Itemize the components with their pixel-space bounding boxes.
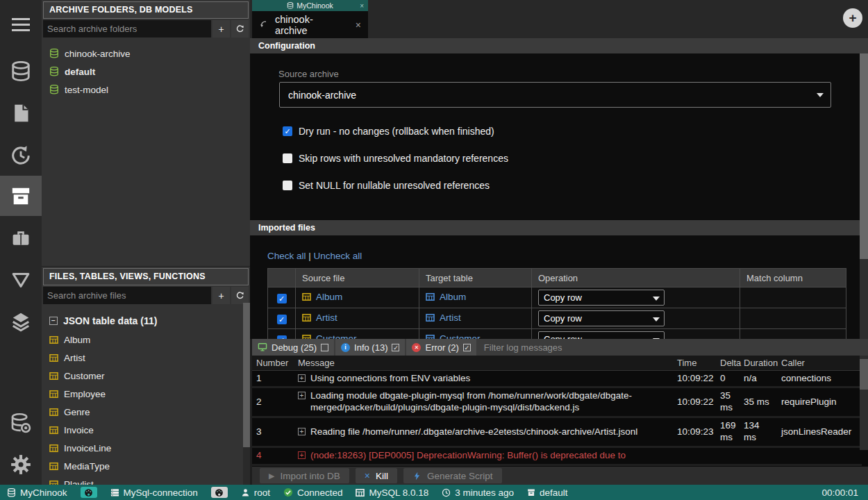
files-search-input[interactable] <box>43 287 211 304</box>
file-item[interactable]: Artist <box>42 349 250 367</box>
expand-icon[interactable]: + <box>298 374 306 382</box>
file-item[interactable]: MediaType <box>42 457 250 475</box>
match-column-cell[interactable] <box>740 329 846 340</box>
file-item[interactable]: Invoice <box>42 421 250 439</box>
archive-folder-item[interactable]: chinook-archive <box>42 44 250 62</box>
file-item[interactable]: Playlist <box>42 475 250 485</box>
plugins-icon[interactable] <box>0 222 42 254</box>
files-panel-scrollbar[interactable] <box>243 303 250 485</box>
status-driver[interactable]: MySql-connection <box>110 488 198 498</box>
kill-x-icon: × <box>365 470 370 481</box>
skip-rows-checkbox[interactable] <box>283 153 292 163</box>
log-message: Using connections from ENV variables <box>310 373 470 385</box>
file-label: Artist <box>64 353 85 363</box>
connections-icon[interactable] <box>0 56 42 88</box>
db-compare-icon[interactable] <box>0 407 42 439</box>
source-file-cell[interactable]: Customer <box>302 333 357 340</box>
query-designer-icon[interactable] <box>0 264 42 296</box>
debug-toggle[interactable]: Debug (25) <box>252 339 334 356</box>
target-table-cell[interactable]: Album <box>426 292 466 302</box>
import-into-db-button[interactable]: ▶ Import into DB <box>260 468 349 483</box>
col-delta: Delta <box>716 356 740 370</box>
json-table-data-group[interactable]: − JSON table data (11) <box>42 311 250 331</box>
refresh-archive-files-button[interactable] <box>231 287 249 304</box>
main-scrollbar[interactable] <box>860 53 868 339</box>
scrollbar-thumb[interactable] <box>243 303 250 447</box>
dry-run-checkbox-row[interactable]: ✓ Dry run - no changes (rollback when fi… <box>283 126 494 137</box>
error-checkbox[interactable]: ✓ <box>463 344 471 351</box>
source-file-cell[interactable]: Artist <box>302 312 337 323</box>
source-archive-select[interactable]: chinook-archive <box>279 82 831 108</box>
connected-label: Connected <box>297 488 342 498</box>
log-scrollbar[interactable] <box>860 356 868 450</box>
kill-button[interactable]: × Kill <box>356 468 397 483</box>
operation-select[interactable]: Copy row <box>538 310 665 326</box>
archive-search-input[interactable] <box>43 20 211 38</box>
archive-icon[interactable] <box>0 176 42 216</box>
set-null-checkbox-row[interactable]: Set NULL for nullable unresolved referen… <box>283 180 490 191</box>
operation-select[interactable]: Copy row <box>538 290 665 306</box>
expand-icon[interactable]: + <box>298 428 306 435</box>
log-toolbar: Debug (25) i Info (13) ✓ ✕ Error (2) ✓ <box>252 339 868 356</box>
history-icon[interactable] <box>0 139 42 171</box>
source-file-cell[interactable]: Album <box>302 292 342 302</box>
match-column-cell[interactable] <box>740 288 846 308</box>
play-icon: ▶ <box>269 472 274 481</box>
palette-icon <box>215 488 224 497</box>
file-item[interactable]: InvoiceLine <box>42 439 250 457</box>
tab-group-header[interactable]: MyChinook × <box>252 0 368 11</box>
close-group-icon[interactable]: × <box>360 2 364 10</box>
file-label: InvoiceLine <box>64 443 111 453</box>
file-item[interactable]: Employee <box>42 385 250 403</box>
add-archive-folder-button[interactable]: + <box>212 20 230 38</box>
operation-select[interactable]: Copy row <box>538 331 665 339</box>
archive-files-header: FILES, TABLES, VIEWS, FUNCTIONS <box>43 268 249 285</box>
close-tab-icon[interactable]: × <box>356 19 361 31</box>
check-icon: ✓ <box>284 127 290 136</box>
file-item[interactable]: Customer <box>42 367 250 385</box>
uncheck-all-link[interactable]: Uncheck all <box>314 251 362 261</box>
info-icon: i <box>341 343 350 352</box>
collapse-icon[interactable]: − <box>49 317 58 325</box>
file-item[interactable]: Album <box>42 331 250 349</box>
info-toggle[interactable]: i Info (13) ✓ <box>335 339 405 356</box>
hamburger-icon <box>12 18 30 31</box>
file-item[interactable]: Genre <box>42 403 250 421</box>
expand-icon[interactable]: + <box>298 392 306 399</box>
status-connection[interactable]: MyChinook <box>7 488 67 498</box>
action-button-bar: ▶ Import into DB × Kill Generate Script <box>250 467 868 485</box>
expand-icon[interactable]: + <box>298 451 306 459</box>
target-table-cell[interactable]: Customer <box>426 333 481 340</box>
archive-folder-item[interactable]: default <box>42 62 250 81</box>
files-icon[interactable] <box>0 97 42 129</box>
new-connection-button[interactable]: + <box>843 8 862 28</box>
table-header-row: Source file Target table Operation Match… <box>268 269 846 288</box>
driver-color-badge[interactable] <box>211 487 228 498</box>
status-connected: Connected <box>283 488 342 498</box>
settings-gear-icon[interactable] <box>0 449 42 481</box>
archive-search-row: + <box>43 20 249 38</box>
match-column-cell[interactable] <box>740 308 846 329</box>
layers-icon[interactable] <box>0 306 42 338</box>
generate-script-button[interactable]: Generate Script <box>403 468 502 483</box>
skip-rows-checkbox-row[interactable]: Skip rows with unresolved mandatory refe… <box>283 153 508 164</box>
check-all-link[interactable]: Check all <box>267 251 306 261</box>
tab-group-label: MyChinook <box>297 1 333 10</box>
scrollbar-thumb[interactable] <box>860 359 868 390</box>
target-table-cell[interactable]: Artist <box>426 312 461 323</box>
log-filter-input[interactable] <box>478 339 868 356</box>
dry-run-checkbox[interactable]: ✓ <box>283 126 292 136</box>
menu-icon[interactable] <box>0 8 42 40</box>
tab-chinook-archive[interactable]: chinook-archive × <box>252 11 368 38</box>
row-checkbox[interactable]: ✓ <box>277 294 287 303</box>
debug-checkbox[interactable] <box>321 344 328 351</box>
scrollbar-thumb[interactable] <box>860 53 868 259</box>
add-archive-file-button[interactable]: + <box>212 287 230 304</box>
archive-folder-item[interactable]: test-model <box>42 81 250 99</box>
connection-color-badge[interactable] <box>81 487 97 498</box>
row-checkbox[interactable]: ✓ <box>277 315 287 324</box>
refresh-archive-folders-button[interactable] <box>231 20 249 38</box>
info-checkbox[interactable]: ✓ <box>392 344 399 351</box>
error-toggle[interactable]: ✕ Error (2) ✓ <box>406 339 476 356</box>
set-null-checkbox[interactable] <box>283 181 292 190</box>
